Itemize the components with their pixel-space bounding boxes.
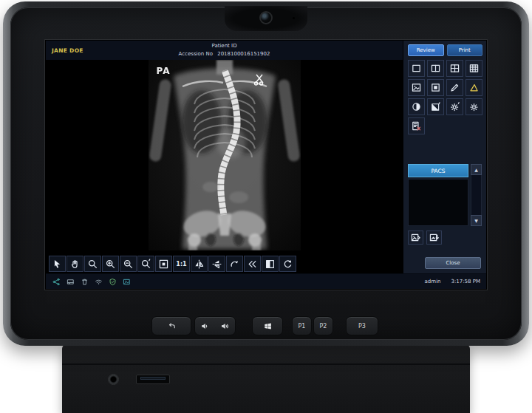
actual-size-tool-label: 1:1	[176, 261, 186, 267]
microphone-icon	[293, 17, 295, 19]
hardware-buttons: P1 P2 P3	[3, 315, 529, 338]
review-button[interactable]: Review	[408, 44, 444, 56]
settings-tool[interactable]	[466, 98, 482, 115]
window-settings-tool[interactable]	[446, 98, 463, 115]
thumbnail-scrollbar: ▲ ▼	[471, 164, 482, 226]
thumbnail-list[interactable]	[408, 179, 468, 226]
xray-image	[149, 60, 301, 250]
annotate-pencil-tool[interactable]	[446, 79, 463, 96]
magnifier-tool-glyph	[140, 259, 151, 270]
usb-port	[136, 375, 170, 384]
pacs-button[interactable]: PACS	[408, 164, 468, 177]
security-icon[interactable]	[108, 277, 117, 286]
back-button[interactable]	[151, 316, 191, 335]
pan-tool[interactable]	[66, 256, 83, 272]
invert-tool[interactable]	[262, 256, 279, 272]
export-toolbar	[408, 231, 482, 245]
p2-button[interactable]: P2	[313, 316, 333, 335]
layout-two-up-tool[interactable]	[427, 60, 444, 77]
p1-button[interactable]: P1	[292, 316, 312, 335]
rotate-right-tool[interactable]	[279, 256, 296, 272]
headphone-jack	[108, 374, 119, 385]
contrast-tool[interactable]	[427, 98, 444, 115]
rotate-up-tool-glyph	[229, 259, 240, 270]
volume-up-button[interactable]	[215, 317, 235, 335]
usb-port-tongue	[140, 377, 166, 380]
scroll-up-button[interactable]: ▲	[471, 164, 482, 175]
share-icon-glyph	[52, 278, 61, 286]
security-icon-glyph	[109, 278, 117, 286]
zoom-in-tool[interactable]	[102, 256, 119, 272]
zoom-out-tool[interactable]	[120, 256, 137, 272]
rotate-left-tool-glyph	[247, 259, 258, 270]
image-overlay-tool-glyph	[411, 82, 422, 93]
scene: JANE DOE Patient ID Accession No 2018100…	[0, 0, 532, 413]
volume-down-button[interactable]	[195, 317, 215, 335]
close-button[interactable]: Close	[425, 257, 481, 269]
screen: JANE DOE Patient ID Accession No 2018100…	[46, 41, 486, 289]
export-image-tool[interactable]	[426, 231, 442, 245]
angle-measure-tool[interactable]	[466, 79, 482, 96]
wifi-icon[interactable]	[94, 277, 103, 286]
scrollbar-track[interactable]	[471, 175, 482, 215]
volume-up-icon-glyph	[220, 321, 230, 331]
clock: 3:17:58 PM	[451, 279, 480, 284]
rotate-left-tool[interactable]	[244, 256, 261, 272]
print-button[interactable]: Print	[447, 44, 483, 56]
invert-circle-tool-glyph	[411, 101, 422, 112]
clear-annotations-tool[interactable]	[408, 117, 425, 134]
accession-line: Accession No 2018100016151902	[46, 50, 403, 58]
tool-grid	[408, 60, 482, 134]
viewer-toolbar: 1:1	[49, 256, 296, 272]
rotate-up-tool[interactable]	[226, 256, 243, 272]
accession-label: Accession No	[179, 51, 213, 57]
clear-annotations-tool-glyph	[411, 120, 422, 132]
windows-button[interactable]	[252, 316, 283, 335]
delete-icon-glyph	[81, 278, 89, 286]
magnifier-tool[interactable]	[137, 256, 154, 272]
status-icons	[52, 277, 131, 286]
layout-grid-tool[interactable]	[466, 60, 482, 77]
save-image-tool-glyph	[410, 232, 421, 243]
layout-four-up-tool[interactable]	[446, 60, 463, 77]
dock-seam	[62, 363, 470, 365]
flip-vertical-tool[interactable]	[208, 256, 225, 272]
actual-size-tool[interactable]: 1:1	[173, 256, 190, 272]
tablet-device: JANE DOE Patient ID Accession No 2018100…	[3, 1, 529, 346]
pointer-tool[interactable]	[49, 256, 66, 272]
flip-horizontal-tool[interactable]	[191, 256, 208, 272]
windows-icon-glyph	[263, 321, 273, 331]
export-image-tool-glyph	[429, 232, 440, 243]
layout-single-tool[interactable]	[408, 60, 425, 77]
invert-tool-glyph	[265, 259, 276, 270]
invert-circle-tool[interactable]	[408, 98, 425, 115]
contrast-tool-glyph	[430, 101, 441, 112]
scroll-down-button[interactable]: ▼	[471, 215, 482, 226]
wifi-icon-glyph	[95, 278, 103, 286]
camera-module	[225, 6, 307, 31]
window-level-tool[interactable]	[427, 79, 444, 96]
back-icon-glyph	[167, 321, 177, 331]
image-overlay-tool[interactable]	[408, 79, 425, 96]
volume-down-icon	[200, 321, 210, 331]
storage-icon[interactable]	[66, 277, 75, 286]
delete-icon[interactable]	[80, 277, 89, 286]
p1-label: P1	[299, 323, 306, 330]
p3-button[interactable]: P3	[346, 316, 378, 335]
image-viewport[interactable]: PA 1:1	[46, 60, 403, 273]
fit-to-window-tool[interactable]	[155, 256, 172, 272]
save-image-tool[interactable]	[408, 231, 423, 245]
status-bar: admin 3:17:58 PM	[46, 273, 486, 289]
zoom-tool[interactable]	[84, 256, 101, 272]
layout-grid-tool-glyph	[468, 63, 480, 74]
settings-tool-glyph	[468, 101, 480, 112]
viewer-column: JANE DOE Patient ID Accession No 2018100…	[46, 41, 403, 273]
windows-icon	[263, 321, 273, 331]
volume-buttons	[194, 316, 236, 335]
gallery-icon[interactable]	[122, 277, 131, 286]
screen-main: JANE DOE Patient ID Accession No 2018100…	[46, 41, 486, 273]
share-icon[interactable]	[52, 277, 61, 286]
window-settings-tool-glyph	[449, 101, 460, 112]
storage-icon-glyph	[66, 278, 75, 286]
gallery-icon-glyph	[123, 278, 131, 286]
